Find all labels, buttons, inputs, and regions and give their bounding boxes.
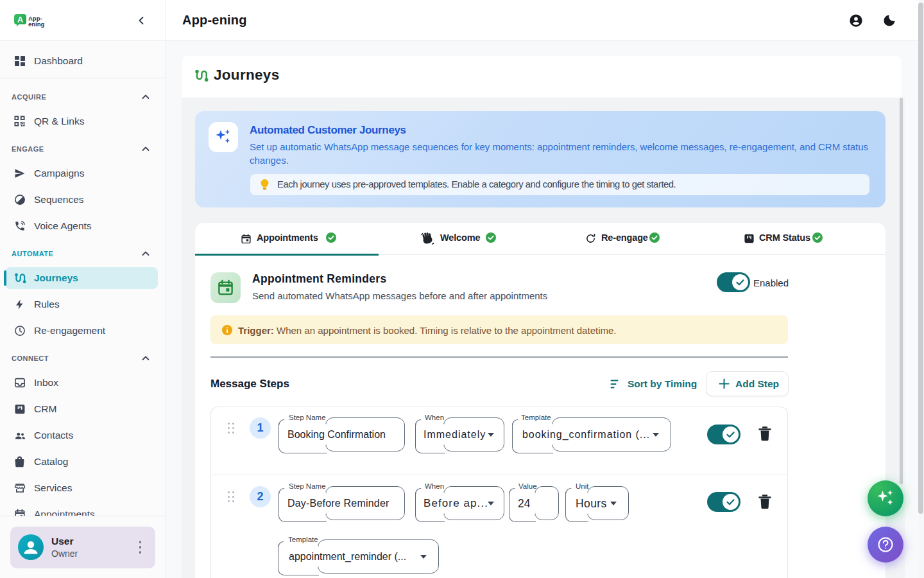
- svg-text:A: A: [17, 15, 23, 24]
